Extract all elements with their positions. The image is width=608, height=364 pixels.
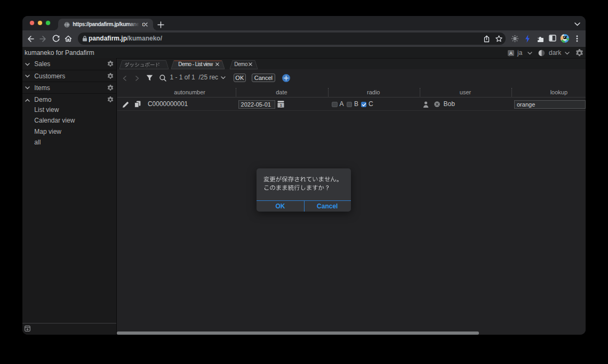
svg-text:1: 1 <box>279 103 282 108</box>
svg-text:A: A <box>509 51 513 56</box>
